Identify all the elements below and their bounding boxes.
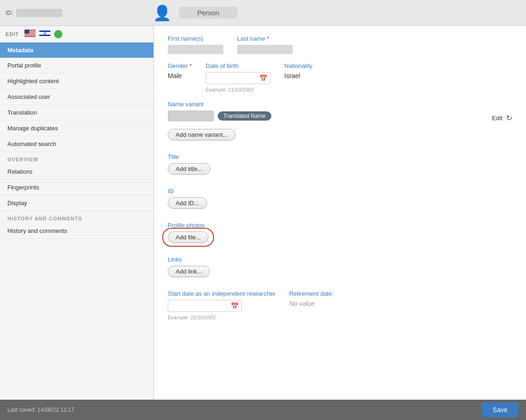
last-saved-label: Last saved: 14/08/22 11:17 bbox=[7, 407, 74, 413]
history-section-label: HISTORY AND COMMENTS bbox=[0, 211, 153, 223]
name-variant-section: Name variant Translated Name Edit ↻ Add … bbox=[168, 101, 512, 140]
save-button[interactable]: Save bbox=[482, 402, 519, 417]
last-name-input[interactable] bbox=[237, 45, 293, 54]
person-icon: 👤 bbox=[153, 4, 171, 22]
last-name-required: * bbox=[267, 35, 269, 42]
add-file-wrapper: Add file... bbox=[168, 231, 208, 243]
id-label: ID: bbox=[6, 9, 13, 16]
dob-group: Date of birth 📅 Example: 21/10/2002 bbox=[206, 62, 270, 92]
edit-label: EDIT bbox=[6, 31, 19, 37]
sidebar-item-portal-profile[interactable]: Portal profile bbox=[0, 58, 153, 73]
gender-group: Gender * Male bbox=[168, 62, 192, 79]
gender-dob-nationality-row: Gender * Male Date of birth 📅 Example: 2… bbox=[168, 62, 512, 92]
sidebar-item-manage-duplicates[interactable]: Manage duplicates bbox=[0, 121, 153, 136]
main-layout: EDIT bbox=[0, 26, 526, 400]
start-date-example: Example: 21/10/2002 bbox=[168, 315, 275, 320]
svg-rect-9 bbox=[39, 30, 50, 32]
sidebar-item-automated-search[interactable]: Automated search bbox=[0, 136, 153, 152]
sidebar-item-translation[interactable]: Translation bbox=[0, 105, 153, 121]
top-bar: ID: 👤 Person bbox=[0, 0, 526, 26]
bottom-bar: Last saved: 14/08/22 11:17 Save bbox=[0, 400, 526, 420]
last-name-label: Last name * bbox=[237, 35, 293, 42]
svg-rect-7 bbox=[24, 30, 29, 34]
calendar-icon[interactable]: 📅 bbox=[259, 74, 267, 82]
sidebar-item-highlighted-content[interactable]: Highlighted content bbox=[0, 73, 153, 89]
svg-rect-5 bbox=[24, 35, 36, 35]
sidebar-item-associated-user[interactable]: Associated user bbox=[0, 89, 153, 105]
sidebar-item-history-and-comments[interactable]: History and comments bbox=[0, 223, 153, 239]
gender-value: Male bbox=[168, 72, 192, 79]
add-file-button[interactable]: Add file... bbox=[168, 231, 208, 243]
name-row: First name(s) Last name * bbox=[168, 35, 512, 54]
id-row: ID: bbox=[6, 9, 62, 17]
dob-example: Example: 21/10/2002 bbox=[206, 87, 270, 92]
add-id-button[interactable]: Add ID... bbox=[168, 197, 207, 209]
sidebar-item-metadata[interactable]: Metadata bbox=[0, 43, 153, 58]
person-label: Person bbox=[179, 7, 238, 18]
profile-photos-section: Profile photos Add file... bbox=[168, 222, 512, 243]
retirement-label: Retirement date: bbox=[289, 290, 334, 297]
add-name-variant-button[interactable]: Add name variant... bbox=[168, 129, 236, 140]
refresh-icon[interactable]: ↻ bbox=[506, 114, 512, 122]
sidebar-nav: Portal profile Highlighted content Assoc… bbox=[0, 58, 153, 400]
start-date-input[interactable]: 📅 bbox=[168, 300, 242, 312]
green-dot-icon bbox=[54, 30, 62, 38]
overview-section-label: OVERVIEW bbox=[0, 152, 153, 164]
svg-rect-10 bbox=[39, 35, 50, 36]
sidebar: EDIT bbox=[0, 26, 154, 400]
svg-rect-6 bbox=[24, 36, 36, 36]
start-date-label: Start date as an independent researcher bbox=[168, 290, 275, 297]
first-name-input[interactable] bbox=[168, 45, 223, 54]
links-section: Links Add link... bbox=[168, 256, 512, 277]
sidebar-item-relations[interactable]: Relations bbox=[0, 164, 153, 180]
gender-label: Gender * bbox=[168, 62, 192, 69]
flag-il-icon bbox=[39, 30, 50, 38]
title-label: Title bbox=[168, 153, 512, 160]
dob-label: Date of birth bbox=[206, 62, 270, 69]
nationality-label: Nationality bbox=[284, 62, 312, 69]
name-variant-row: Translated Name bbox=[168, 110, 271, 122]
id-section-label: ID bbox=[168, 188, 512, 195]
profile-photos-label: Profile photos bbox=[168, 222, 512, 229]
sidebar-item-fingerprints[interactable]: Fingerprints bbox=[0, 180, 153, 195]
first-name-group: First name(s) bbox=[168, 35, 223, 54]
id-value bbox=[16, 9, 62, 17]
links-label: Links bbox=[168, 256, 512, 263]
content-area: First name(s) Last name * Gender * Male bbox=[154, 26, 526, 400]
retirement-value: No value bbox=[289, 300, 334, 307]
translated-badge: Translated Name bbox=[218, 111, 271, 121]
dob-input[interactable]: 📅 bbox=[206, 72, 270, 84]
start-date-calendar-icon[interactable]: 📅 bbox=[231, 302, 239, 310]
retirement-date-group: Retirement date: No value bbox=[289, 290, 334, 307]
sidebar-edit-row: EDIT bbox=[0, 26, 153, 43]
nationality-value: Israel bbox=[284, 72, 312, 79]
gender-required: * bbox=[190, 62, 192, 69]
add-link-button[interactable]: Add link... bbox=[168, 266, 210, 277]
svg-rect-4 bbox=[24, 33, 36, 34]
flag-us-icon bbox=[24, 30, 36, 38]
edit-link[interactable]: Edit bbox=[492, 115, 502, 122]
first-name-label: First name(s) bbox=[168, 35, 223, 42]
start-date-group: Start date as an independent researcher … bbox=[168, 290, 275, 320]
id-section: ID Add ID... bbox=[168, 188, 512, 209]
name-variant-label: Name variant bbox=[168, 101, 512, 108]
name-variant-input[interactable] bbox=[168, 110, 214, 122]
nationality-group: Nationality Israel bbox=[284, 62, 312, 79]
start-retirement-row: Start date as an independent researcher … bbox=[168, 290, 512, 320]
last-name-group: Last name * bbox=[237, 35, 293, 54]
add-title-button[interactable]: Add title... bbox=[168, 163, 210, 175]
sidebar-item-display[interactable]: Display bbox=[0, 195, 153, 211]
title-section: Title Add title... bbox=[168, 153, 512, 175]
